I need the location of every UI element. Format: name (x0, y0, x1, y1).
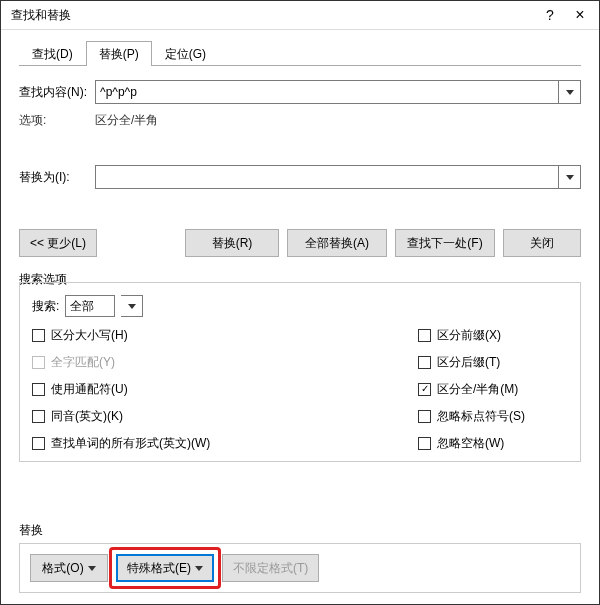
replace-row: 替换为(I): (19, 165, 581, 189)
footer-section-label: 替换 (19, 462, 581, 539)
dialog-body: 查找(D) 替换(P) 定位(G) 查找内容(N): ^p^p^p 选项: 区分… (1, 30, 599, 605)
checkbox-item[interactable]: 同音(英文)(K) (32, 408, 418, 425)
checkbox-item: 全字匹配(Y) (32, 354, 418, 371)
replace-with-label: 替换为(I): (19, 169, 95, 186)
close-window-button[interactable]: × (565, 1, 595, 29)
find-replace-dialog: 查找和替换 ? × 查找(D) 替换(P) 定位(G) 查找内容(N): ^p^… (0, 0, 600, 605)
dialog-title: 查找和替换 (11, 7, 535, 24)
find-content-field[interactable]: ^p^p^p (95, 80, 559, 104)
footer-buttons: 格式(O) 特殊格式(E) 不限定格式(T) (30, 554, 570, 582)
checkbox-label: 忽略标点符号(S) (437, 408, 525, 425)
checkbox-label: 忽略空格(W) (437, 435, 504, 452)
check-columns: 区分大小写(H)全字匹配(Y)使用通配符(U)同音(英文)(K)查找单词的所有形… (32, 327, 568, 452)
checkbox-item[interactable]: 区分前缀(X) (418, 327, 568, 344)
tab-find[interactable]: 查找(D) (19, 41, 86, 66)
checkbox-box (32, 410, 45, 423)
tab-goto[interactable]: 定位(G) (152, 41, 219, 66)
replace-dropdown-button[interactable] (559, 165, 581, 189)
action-button-row: << 更少(L) 替换(R) 全部替换(A) 查找下一处(F) 关闭 (19, 229, 581, 257)
replace-button[interactable]: 替换(R) (185, 229, 279, 257)
chevron-down-icon (88, 566, 96, 571)
close-button[interactable]: 关闭 (503, 229, 581, 257)
search-scope-dropdown-button[interactable] (121, 295, 143, 317)
search-scope-label: 搜索: (32, 298, 59, 315)
checkbox-item[interactable]: 查找单词的所有形式(英文)(W) (32, 435, 418, 452)
footer-fieldset: 格式(O) 特殊格式(E) 不限定格式(T) (19, 543, 581, 593)
options-label: 选项: (19, 112, 95, 129)
checkbox-item[interactable]: 忽略空格(W) (418, 435, 568, 452)
checkbox-label: 区分后缀(T) (437, 354, 500, 371)
replace-all-button[interactable]: 全部替换(A) (287, 229, 387, 257)
title-bar: 查找和替换 ? × (1, 1, 599, 30)
chevron-down-icon (195, 566, 203, 571)
replace-combo-wrap (95, 165, 581, 189)
checkbox-box (418, 329, 431, 342)
replace-with-field[interactable] (95, 165, 559, 189)
search-options-fieldset: 搜索: 全部 区分大小写(H)全字匹配(Y)使用通配符(U)同音(英文)(K)查… (19, 282, 581, 462)
checkbox-item[interactable]: 区分全/半角(M) (418, 381, 568, 398)
check-column-left: 区分大小写(H)全字匹配(Y)使用通配符(U)同音(英文)(K)查找单词的所有形… (32, 327, 418, 452)
checkbox-box (418, 356, 431, 369)
checkbox-box (32, 383, 45, 396)
chevron-down-icon (128, 304, 136, 309)
find-dropdown-button[interactable] (559, 80, 581, 104)
no-format-button: 不限定格式(T) (222, 554, 319, 582)
chevron-down-icon (566, 175, 574, 180)
checkbox-box (32, 329, 45, 342)
special-format-button-label: 特殊格式(E) (127, 560, 191, 577)
checkbox-box (418, 437, 431, 450)
checkbox-label: 区分全/半角(M) (437, 381, 518, 398)
checkbox-item[interactable]: 区分后缀(T) (418, 354, 568, 371)
checkbox-box (32, 356, 45, 369)
options-row: 选项: 区分全/半角 (19, 112, 581, 129)
checkbox-label: 查找单词的所有形式(英文)(W) (51, 435, 210, 452)
checkbox-item[interactable]: 区分大小写(H) (32, 327, 418, 344)
checkbox-label: 区分前缀(X) (437, 327, 501, 344)
find-row: 查找内容(N): ^p^p^p (19, 80, 581, 104)
checkbox-label: 同音(英文)(K) (51, 408, 123, 425)
checkbox-box (418, 410, 431, 423)
special-format-button[interactable]: 特殊格式(E) (116, 554, 214, 582)
format-button-label: 格式(O) (42, 560, 83, 577)
checkbox-item[interactable]: 忽略标点符号(S) (418, 408, 568, 425)
checkbox-box (32, 437, 45, 450)
checkbox-label: 全字匹配(Y) (51, 354, 115, 371)
checkbox-label: 使用通配符(U) (51, 381, 128, 398)
find-combo-wrap: ^p^p^p (95, 80, 581, 104)
format-button[interactable]: 格式(O) (30, 554, 108, 582)
search-scope-row: 搜索: 全部 (32, 295, 568, 317)
checkbox-box (418, 383, 431, 396)
less-button[interactable]: << 更少(L) (19, 229, 97, 257)
options-value: 区分全/半角 (95, 112, 158, 129)
chevron-down-icon (566, 90, 574, 95)
check-column-right: 区分前缀(X)区分后缀(T)区分全/半角(M)忽略标点符号(S)忽略空格(W) (418, 327, 568, 452)
help-button[interactable]: ? (535, 1, 565, 29)
no-format-button-label: 不限定格式(T) (233, 560, 308, 577)
tab-replace[interactable]: 替换(P) (86, 41, 152, 66)
find-content-label: 查找内容(N): (19, 84, 95, 101)
checkbox-item[interactable]: 使用通配符(U) (32, 381, 418, 398)
checkbox-label: 区分大小写(H) (51, 327, 128, 344)
search-scope-select[interactable]: 全部 (65, 295, 115, 317)
tabs: 查找(D) 替换(P) 定位(G) (19, 40, 581, 66)
find-next-button[interactable]: 查找下一处(F) (395, 229, 495, 257)
